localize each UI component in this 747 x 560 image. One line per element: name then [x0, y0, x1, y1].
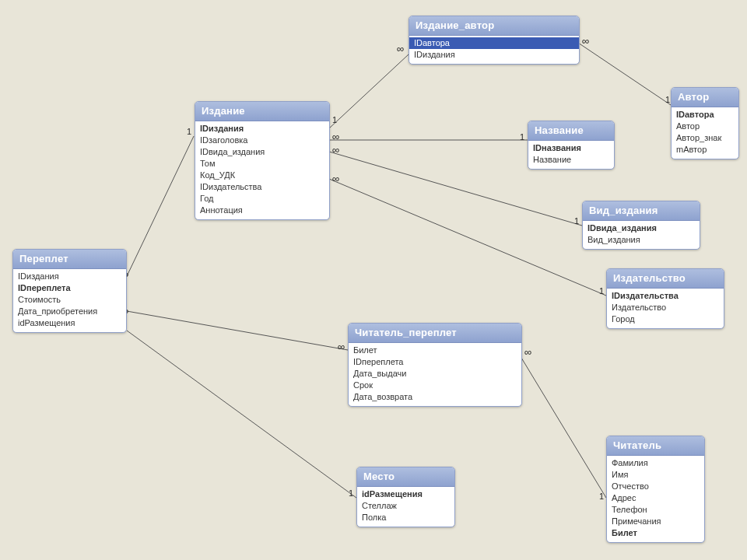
field-chit_per-2[interactable]: Дата_выдачи — [353, 368, 517, 380]
field-chitatel-5[interactable]: Примечания — [612, 516, 700, 527]
field-avtor-2[interactable]: Автор_знак — [676, 132, 734, 144]
field-nazvanie-0[interactable]: IDназвания — [533, 142, 609, 154]
entity-table-avtor[interactable]: АвторIDавтораАвторАвтор_знакmАвтор — [671, 87, 739, 159]
entity-table-vid[interactable]: Вид_изданияIDвида_изданияВид_издания — [582, 201, 700, 250]
field-pereplet-2[interactable]: Стоимость — [18, 294, 121, 306]
entity-title[interactable]: Издание — [195, 102, 329, 121]
field-list: IDиздательстваИздательствоГород — [607, 289, 724, 328]
entity-table-pereplet[interactable]: ПереплетIDизданияIDпереплетаСтоимостьДат… — [12, 249, 127, 333]
field-chitatel-3[interactable]: Адрес — [612, 492, 700, 504]
entity-title[interactable]: Переплет — [13, 250, 126, 269]
field-chitatel-2[interactable]: Отчество — [612, 481, 700, 492]
field-izdatel-0[interactable]: IDиздательства — [612, 290, 719, 302]
field-izdanie-3[interactable]: Том — [200, 158, 324, 170]
field-chit_per-0[interactable]: Билет — [353, 345, 517, 356]
field-pereplet-1[interactable]: IDпереплета — [18, 282, 121, 294]
entity-title[interactable]: Вид_издания — [583, 201, 700, 221]
entity-title[interactable]: Название — [528, 121, 614, 141]
field-chitatel-6[interactable]: Билет — [612, 527, 700, 539]
entity-table-nazvanie[interactable]: НазваниеIDназванияНазвание — [528, 121, 615, 170]
svg-line-5 — [127, 136, 194, 276]
field-mesto-2[interactable]: Полка — [362, 512, 450, 523]
field-mesto-1[interactable]: Стеллаж — [362, 500, 450, 512]
field-izdanie-7[interactable]: Аннотация — [200, 205, 324, 216]
field-chitatel-4[interactable]: Телефон — [612, 504, 700, 516]
field-list: ФамилияИмяОтчествоАдресТелефонПримечания… — [607, 456, 704, 542]
field-list: IDизданияIDзаголовкаIDвида_изданияТомКод… — [195, 121, 329, 219]
entity-table-izdanie[interactable]: ИзданиеIDизданияIDзаголовкаIDвида_издани… — [195, 101, 330, 220]
field-izdanie-5[interactable]: IDиздательства — [200, 181, 324, 193]
field-chit_per-3[interactable]: Срок — [353, 380, 517, 391]
entity-title[interactable]: Место — [357, 467, 454, 487]
entity-title[interactable]: Читатель — [607, 436, 704, 456]
entity-table-chitatel[interactable]: ЧитательФамилияИмяОтчествоАдресТелефонПр… — [606, 436, 705, 543]
field-vid-1[interactable]: Вид_издания — [587, 234, 695, 246]
field-nazvanie-1[interactable]: Название — [533, 154, 609, 166]
field-izdatel-1[interactable]: Издательство — [612, 302, 719, 313]
field-pereplet-3[interactable]: Дата_приобретения — [18, 306, 121, 317]
field-avtor-3[interactable]: mАвтор — [676, 144, 734, 156]
field-izdanie-1[interactable]: IDзаголовка — [200, 135, 324, 146]
field-list: IDназванияНазвание — [528, 141, 614, 169]
field-chitatel-1[interactable]: Имя — [612, 469, 700, 481]
entity-table-chit_per[interactable]: Читатель_переплетБилетIDпереплетаДата_вы… — [348, 323, 522, 407]
entity-table-izd_avtor[interactable]: Издание_авторIDавтораIDиздания — [409, 16, 580, 65]
field-izd_avtor-0[interactable]: IDавтора — [409, 37, 579, 49]
field-izdanie-4[interactable]: Код_УДК — [200, 170, 324, 181]
field-vid-0[interactable]: IDвида_издания — [587, 222, 695, 234]
field-pereplet-0[interactable]: IDиздания — [18, 271, 121, 282]
entity-title[interactable]: Издательство — [607, 269, 724, 289]
field-list: IDвида_изданияВид_издания — [583, 221, 700, 249]
field-list: IDавтораIDиздания — [409, 36, 579, 64]
svg-line-8 — [521, 358, 606, 498]
field-list: IDавтораАвторАвтор_знакmАвтор — [672, 107, 738, 159]
field-list: IDизданияIDпереплетаСтоимостьДата_приобр… — [13, 269, 126, 332]
field-izdatel-2[interactable]: Город — [612, 313, 719, 325]
field-avtor-1[interactable]: Автор — [676, 121, 734, 132]
svg-line-7 — [127, 331, 356, 498]
field-avtor-0[interactable]: IDавтора — [676, 109, 734, 121]
field-mesto-0[interactable]: idРазмещения — [362, 488, 450, 500]
field-izd_avtor-1[interactable]: IDиздания — [414, 49, 574, 61]
field-izdanie-6[interactable]: Год — [200, 193, 324, 205]
svg-line-1 — [578, 43, 671, 105]
entity-title[interactable]: Издание_автор — [409, 16, 579, 36]
entity-title[interactable]: Автор — [672, 88, 738, 107]
field-izdanie-0[interactable]: IDиздания — [200, 123, 324, 135]
er-diagram-canvas: 1 ∞ 1 ∞ ∞ 1 ∞ 1 ∞ 1 ∞ 1 1 ∞ ∞ 1 ∞ 1 Пере… — [0, 0, 747, 560]
svg-line-6 — [127, 311, 348, 350]
svg-line-0 — [329, 54, 409, 128]
entity-table-izdatel[interactable]: ИздательствоIDиздательстваИздательствоГо… — [606, 268, 724, 329]
entity-title[interactable]: Читатель_переплет — [349, 324, 521, 343]
field-pereplet-4[interactable]: idРазмещения — [18, 317, 121, 329]
field-list: idРазмещенияСтеллажПолка — [357, 487, 454, 527]
field-chit_per-4[interactable]: Дата_возврата — [353, 391, 517, 403]
field-list: БилетIDпереплетаДата_выдачиСрокДата_возв… — [349, 343, 521, 406]
field-chit_per-1[interactable]: IDпереплета — [353, 356, 517, 368]
svg-line-4 — [329, 179, 606, 296]
field-chitatel-0[interactable]: Фамилия — [612, 457, 700, 469]
field-izdanie-2[interactable]: IDвида_издания — [200, 146, 324, 158]
entity-table-mesto[interactable]: МестоidРазмещенияСтеллажПолка — [356, 467, 455, 527]
